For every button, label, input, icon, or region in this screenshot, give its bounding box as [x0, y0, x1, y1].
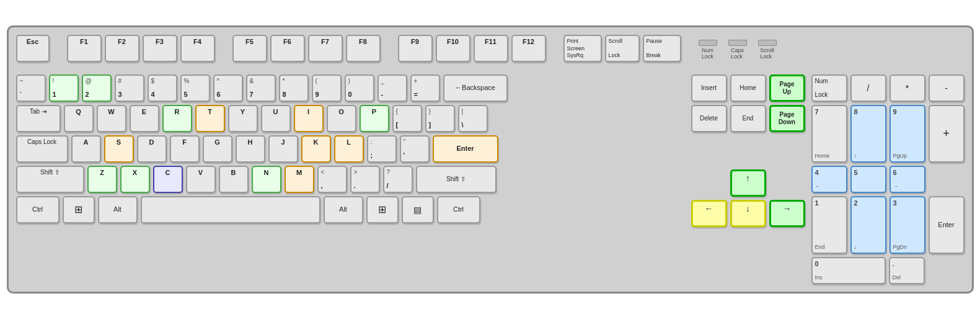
- key-alt-right[interactable]: Alt: [324, 196, 363, 223]
- key-num-6[interactable]: 6 →: [890, 166, 925, 193]
- key-v[interactable]: V: [186, 166, 216, 193]
- key-w[interactable]: W: [97, 105, 126, 132]
- key-a[interactable]: A: [71, 135, 101, 163]
- key-g[interactable]: G: [203, 135, 232, 163]
- key-x[interactable]: X: [120, 166, 150, 193]
- key-minus[interactable]: _ -: [377, 74, 407, 102]
- key-f12[interactable]: F12: [511, 35, 546, 62]
- key-backspace[interactable]: ←Backspace: [443, 74, 508, 102]
- key-win-right[interactable]: ⊞: [366, 196, 399, 223]
- key-k[interactable]: K: [301, 135, 331, 163]
- key-f8[interactable]: F8: [346, 35, 381, 62]
- key-esc[interactable]: Esc: [16, 35, 50, 62]
- key-r[interactable]: R: [162, 105, 192, 132]
- key-backtick[interactable]: ~ `: [16, 74, 46, 102]
- key-num-0[interactable]: 0 Ins: [811, 257, 886, 284]
- key-num-5[interactable]: 5: [850, 166, 886, 193]
- key-page-down[interactable]: PageDown: [769, 105, 805, 132]
- key-q[interactable]: Q: [64, 105, 94, 132]
- key-insert[interactable]: Insert: [691, 74, 727, 102]
- key-b[interactable]: B: [219, 166, 249, 193]
- key-y[interactable]: Y: [228, 105, 258, 132]
- key-space[interactable]: [141, 196, 320, 223]
- key-num-multiply[interactable]: *: [890, 74, 925, 102]
- key-num-plus[interactable]: +: [929, 105, 965, 163]
- key-f5[interactable]: F5: [232, 35, 267, 62]
- key-f11[interactable]: F11: [474, 35, 508, 62]
- key-z[interactable]: Z: [87, 166, 117, 193]
- key-backslash[interactable]: | \: [458, 105, 488, 132]
- key-num-enter[interactable]: Enter: [929, 196, 965, 254]
- key-comma[interactable]: < ,: [317, 166, 347, 193]
- key-0[interactable]: ) 0: [345, 74, 374, 102]
- key-pause[interactable]: Pause Break: [643, 35, 681, 62]
- key-j[interactable]: J: [268, 135, 298, 163]
- key-6[interactable]: ^ 6: [213, 74, 243, 102]
- key-alt-left[interactable]: Alt: [98, 196, 138, 223]
- key-delete[interactable]: Delete: [691, 105, 727, 132]
- key-2[interactable]: @ 2: [82, 74, 112, 102]
- key-9[interactable]: ( 9: [312, 74, 342, 102]
- key-close-bracket[interactable]: } ]: [425, 105, 455, 132]
- key-tab[interactable]: Tab ⇥: [16, 105, 61, 132]
- key-print-screen[interactable]: Print Screen SysRq: [563, 35, 602, 62]
- key-f6[interactable]: F6: [270, 35, 305, 62]
- key-h[interactable]: H: [236, 135, 265, 163]
- key-num-7[interactable]: 7 Home: [811, 105, 847, 163]
- key-semicolon[interactable]: : ;: [367, 135, 397, 163]
- key-u[interactable]: U: [261, 105, 291, 132]
- key-num-divide[interactable]: /: [850, 74, 886, 102]
- key-arrow-down[interactable]: ↓: [730, 200, 766, 227]
- key-8[interactable]: * 8: [279, 74, 309, 102]
- key-l[interactable]: L: [334, 135, 364, 163]
- key-o[interactable]: O: [327, 105, 356, 132]
- key-5[interactable]: % 5: [180, 74, 210, 102]
- key-equals[interactable]: + =: [410, 74, 440, 102]
- key-d[interactable]: D: [137, 135, 167, 163]
- key-3[interactable]: # 3: [115, 74, 144, 102]
- key-arrow-left[interactable]: ←: [691, 200, 727, 227]
- key-page-up[interactable]: PageUp: [769, 74, 805, 102]
- key-arrow-up[interactable]: ↑: [730, 169, 766, 197]
- key-f1[interactable]: F1: [67, 35, 102, 62]
- key-caps-lock[interactable]: Caps Lock: [16, 135, 68, 163]
- key-n[interactable]: N: [252, 166, 281, 193]
- key-p[interactable]: P: [360, 105, 389, 132]
- key-scroll-lock[interactable]: Scroll Lock: [605, 35, 640, 62]
- key-num-dot[interactable]: . Del: [889, 257, 925, 284]
- key-c[interactable]: C: [153, 166, 183, 193]
- key-menu[interactable]: ▤: [402, 196, 434, 223]
- key-f9[interactable]: F9: [398, 35, 433, 62]
- key-f10[interactable]: F10: [436, 35, 470, 62]
- key-num-1[interactable]: 1 End: [811, 196, 847, 254]
- key-f[interactable]: F: [170, 135, 200, 163]
- key-slash[interactable]: ? /: [383, 166, 413, 193]
- key-num-lock[interactable]: Num Lock: [811, 74, 847, 102]
- key-open-bracket[interactable]: { [: [392, 105, 422, 132]
- key-i[interactable]: I: [294, 105, 324, 132]
- key-1[interactable]: ! 1: [49, 74, 79, 102]
- key-m[interactable]: M: [285, 166, 314, 193]
- key-period[interactable]: > .: [350, 166, 380, 193]
- key-4[interactable]: $ 4: [148, 74, 177, 102]
- key-num-2[interactable]: 2 ↓: [850, 196, 886, 254]
- key-ctrl-left[interactable]: Ctrl: [16, 196, 60, 223]
- key-e[interactable]: E: [130, 105, 159, 132]
- key-num-8[interactable]: 8 ↑: [850, 105, 886, 163]
- key-end[interactable]: End: [730, 105, 766, 132]
- key-t[interactable]: T: [195, 105, 225, 132]
- key-arrow-right[interactable]: →: [769, 200, 805, 227]
- key-quote[interactable]: " ': [400, 135, 430, 163]
- key-f2[interactable]: F2: [105, 35, 139, 62]
- key-7[interactable]: & 7: [246, 74, 276, 102]
- key-enter[interactable]: Enter: [433, 135, 498, 163]
- key-home[interactable]: Home: [730, 74, 766, 102]
- key-win-left[interactable]: ⊞: [63, 196, 95, 223]
- key-shift-left[interactable]: Shift ⇧: [16, 166, 84, 193]
- key-f4[interactable]: F4: [180, 35, 215, 62]
- key-s[interactable]: S: [104, 135, 134, 163]
- key-num-4[interactable]: 4 ←: [811, 166, 847, 193]
- key-shift-right[interactable]: Shift ⇧: [416, 166, 497, 193]
- key-ctrl-right[interactable]: Ctrl: [437, 196, 480, 223]
- key-num-3[interactable]: 3 PgDn: [890, 196, 925, 254]
